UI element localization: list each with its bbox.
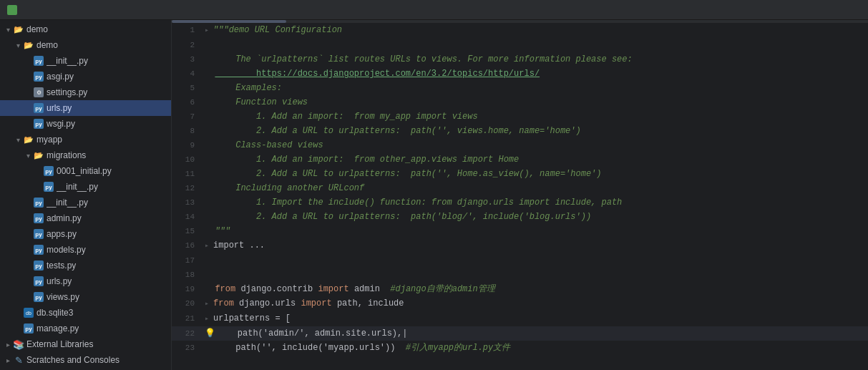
sidebar-item-db[interactable]: dbdb.sqlite3	[0, 305, 171, 321]
line-content[interactable]: """	[202, 224, 868, 238]
line-content[interactable]	[202, 268, 868, 282]
line-content[interactable]: Including another URLconf	[202, 181, 868, 195]
code-line-18: 18	[172, 268, 868, 282]
code-line-16: 16▸ import ...	[172, 238, 868, 253]
line-content[interactable]: Examples:	[202, 81, 868, 95]
sidebar-item-admin[interactable]: pyadmin.py	[0, 210, 171, 226]
line-content[interactable]: path('', include('myapp.urls')) #引入myapp…	[202, 341, 868, 355]
line-number: 11	[172, 167, 202, 181]
sidebar-item-init-migrations[interactable]: py__init__.py	[0, 179, 171, 195]
sidebar-item-migrations-folder[interactable]: 📂migrations	[0, 147, 171, 163]
sidebar-item-settings[interactable]: ⚙settings.py	[0, 84, 171, 100]
sidebar-item-demo-folder[interactable]: 📂demo	[0, 37, 171, 53]
line-number: 3	[172, 52, 202, 67]
code-line-21: 21▸ urlpatterns = [	[172, 311, 868, 326]
sidebar-item-apps[interactable]: pyapps.py	[0, 226, 171, 242]
arrow-leaf	[23, 276, 33, 286]
line-content[interactable]: 2. Add a URL to urlpatterns: path('', vi…	[202, 124, 868, 138]
token: from	[215, 284, 240, 294]
code-line-6: 6 Function views	[172, 95, 868, 109]
fold-icon[interactable]: ▸	[205, 300, 213, 308]
sidebar-label: 0001_initial.py	[57, 166, 112, 176]
sidebar-item-urls-myapp[interactable]: pyurls.py	[0, 273, 171, 289]
sidebar-label: models.py	[47, 245, 86, 255]
code-line-3: 3 The `urlpatterns` list routes URLs to …	[172, 52, 868, 67]
bulb-icon[interactable]: 💡	[205, 328, 215, 339]
py-icon: py	[33, 102, 44, 114]
token: The `urlpatterns` list routes URLs to vi…	[215, 54, 632, 64]
code-line-12: 12 Including another URLconf	[172, 181, 868, 195]
arrow-leaf	[23, 261, 33, 271]
token: """demo URL Configuration	[213, 25, 342, 35]
fold-icon[interactable]: ▸	[205, 26, 213, 34]
sidebar-item-myapp-folder[interactable]: 📂myapp	[0, 132, 171, 147]
sidebar-item-scratches[interactable]: ✎Scratches and Consoles	[0, 352, 171, 368]
py-icon: py	[43, 165, 54, 177]
line-content[interactable]: 2. Add a URL to urlpatterns: path('', Ho…	[202, 167, 868, 181]
sidebar-item-demo-root[interactable]: 📂demo	[0, 21, 171, 37]
line-content[interactable]: 1. Add an import: from my_app import vie…	[202, 109, 868, 124]
line-number: 20	[172, 296, 202, 311]
ext-lib-icon: 📚	[13, 339, 24, 350]
code-area[interactable]: 1▸ """demo URL Configuration2 3 The `url…	[172, 23, 868, 370]
sidebar-label: tests.py	[47, 261, 76, 271]
code-line-23: 23 path('', include('myapp.urls')) #引入my…	[172, 341, 868, 355]
sidebar-item-manage[interactable]: pymanage.py	[0, 321, 171, 336]
arrow-leaf	[23, 103, 33, 113]
line-content[interactable]: ▸ import ...	[202, 238, 868, 253]
arrow-leaf	[13, 308, 23, 318]
line-content[interactable]: https://docs.djangoproject.com/en/3.2/to…	[202, 67, 868, 81]
token: django.urls	[239, 298, 301, 308]
line-content[interactable]: 💡 path('admin/', admin.site.urls),|	[202, 326, 868, 341]
sidebar-item-models[interactable]: pymodels.py	[0, 242, 171, 258]
sidebar-label: demo	[26, 24, 48, 34]
sidebar-item-wsgi[interactable]: pywsgi.py	[0, 116, 171, 132]
sidebar-item-urls[interactable]: pyurls.py	[0, 100, 171, 116]
sidebar-item-init-demo[interactable]: py__init__.py	[0, 53, 171, 69]
line-content[interactable]: 1. Add an import: from other_app.views i…	[202, 152, 868, 167]
token: path('', include('myapp.urls'))	[215, 343, 405, 353]
sidebar-item-initial[interactable]: py0001_initial.py	[0, 163, 171, 179]
line-content[interactable]: Function views	[202, 95, 868, 109]
svg-rect-0	[9, 6, 16, 14]
line-content[interactable]	[202, 253, 868, 268]
fold-icon[interactable]: ▸	[205, 315, 213, 323]
line-content[interactable]: ▸ """demo URL Configuration	[202, 23, 868, 38]
token: Class-based views	[215, 140, 323, 150]
sidebar-item-asgi[interactable]: pyasgi.py	[0, 69, 171, 84]
sidebar-item-tests[interactable]: pytests.py	[0, 258, 171, 273]
arrow-closed	[3, 339, 13, 349]
code-line-7: 7 1. Add an import: from my_app import v…	[172, 109, 868, 124]
code-line-4: 4 https://docs.djangoproject.com/en/3.2/…	[172, 67, 868, 81]
line-content[interactable]	[202, 38, 868, 52]
arrow-open	[13, 40, 23, 50]
line-content[interactable]: The `urlpatterns` list routes URLs to vi…	[202, 52, 868, 67]
line-content[interactable]: 2. Add a URL to urlpatterns: path('blog/…	[202, 210, 868, 224]
code-line-1: 1▸ """demo URL Configuration	[172, 23, 868, 38]
code-line-22: 22💡 path('admin/', admin.site.urls),|	[172, 326, 868, 341]
main-area: 📂demo📂demopy__init__.pypyasgi.py⚙setting…	[0, 20, 868, 370]
sidebar-label: __init__.py	[47, 198, 88, 208]
token: urlpatterns = [	[213, 313, 291, 323]
token: https://docs.djangoproject.com/en/3.2/to…	[215, 69, 540, 79]
sidebar-item-init-myapp[interactable]: py__init__.py	[0, 195, 171, 210]
line-content[interactable]: 1. Import the include() function: from d…	[202, 195, 868, 210]
sidebar-label: wsgi.py	[47, 119, 75, 129]
line-content[interactable]: Class-based views	[202, 138, 868, 152]
title-bar	[0, 0, 868, 20]
line-content[interactable]: ▸ urlpatterns = [	[202, 311, 868, 326]
sidebar-item-views[interactable]: pyviews.py	[0, 289, 171, 305]
line-content[interactable]: from django.contrib import admin #django…	[202, 282, 868, 296]
fold-icon[interactable]: ▸	[205, 242, 213, 250]
sqlite-icon: db	[23, 307, 34, 318]
sidebar-label: urls.py	[47, 103, 72, 113]
arrow-leaf	[33, 182, 43, 192]
line-number: 23	[172, 341, 202, 355]
code-line-14: 14 2. Add a URL to urlpatterns: path('bl…	[172, 210, 868, 224]
sidebar-label: manage.py	[36, 323, 79, 334]
line-number: 10	[172, 152, 202, 167]
token: django.contrib	[240, 284, 318, 294]
line-content[interactable]: ▸ from django.urls import path, include	[202, 296, 868, 311]
sidebar-item-ext-libs[interactable]: 📚External Libraries	[0, 336, 171, 352]
py-icon: py	[23, 323, 34, 334]
